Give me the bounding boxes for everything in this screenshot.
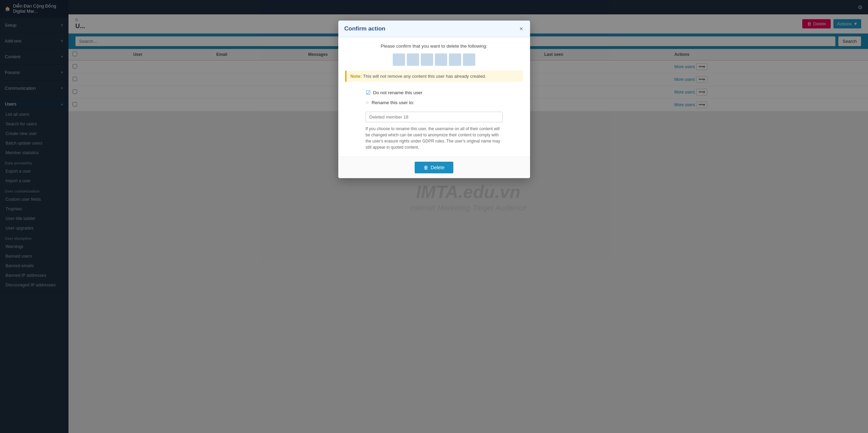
radio-checked-icon: ☑: [366, 89, 370, 96]
avatar-2: [407, 53, 419, 66]
avatar-6: [463, 53, 475, 66]
radio-no-rename[interactable]: ☑ Do not rename this user: [366, 89, 423, 96]
radio-no-rename-label: Do not rename this user: [373, 90, 423, 95]
radio-group: ☑ Do not rename this user ○ Rename this …: [345, 87, 523, 108]
note-box: Note: This will not remove any content t…: [345, 71, 523, 82]
note-label: Note:: [351, 74, 362, 79]
modal-delete-label: Delete: [431, 165, 444, 170]
modal-delete-button[interactable]: 🗑 Delete: [415, 162, 453, 173]
gdpr-note: If you choose to rename this user, the u…: [366, 126, 503, 150]
avatar-row: [345, 53, 523, 66]
modal-body: Please confirm that you want to delete t…: [338, 37, 530, 157]
modal-title: Confirm action: [344, 25, 386, 32]
avatar-3: [421, 53, 433, 66]
trash-icon: 🗑: [424, 165, 428, 170]
modal-header: Confirm action ×: [338, 21, 530, 37]
avatar-5: [449, 53, 461, 66]
confirm-action-modal: Confirm action × Please confirm that you…: [338, 21, 530, 178]
radio-rename[interactable]: ○ Rename this user to:: [366, 99, 414, 106]
confirm-text: Please confirm that you want to delete t…: [345, 44, 523, 49]
avatar-4: [435, 53, 447, 66]
avatar-1: [393, 53, 405, 66]
modal-footer: 🗑 Delete: [338, 157, 530, 178]
modal-close-button[interactable]: ×: [519, 26, 524, 32]
rename-input[interactable]: [366, 112, 503, 122]
radio-unchecked-icon: ○: [366, 99, 369, 106]
radio-rename-label: Rename this user to:: [372, 100, 414, 105]
modal-overlay: Confirm action × Please confirm that you…: [0, 0, 868, 433]
note-text: This will not remove any content this us…: [363, 74, 486, 79]
